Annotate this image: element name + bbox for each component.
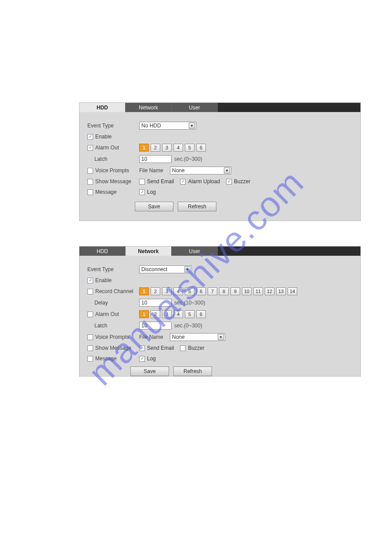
- alarm-out-ch-6[interactable]: 6: [196, 310, 206, 318]
- rec-ch-5[interactable]: 5: [185, 287, 194, 295]
- event-type-label: Event Type: [87, 266, 139, 272]
- tab-bar: HDD Network User: [79, 247, 360, 256]
- dropdown-arrow-icon: ▼: [218, 334, 224, 340]
- event-type-value: Disconnect: [141, 266, 167, 272]
- alarm-out-ch-1[interactable]: 1: [139, 144, 149, 152]
- enable-checkbox[interactable]: ✓: [87, 134, 93, 140]
- enable-checkbox[interactable]: ✓: [87, 278, 93, 283]
- send-email-checkbox[interactable]: [139, 179, 145, 185]
- voice-prompts-checkbox[interactable]: [87, 334, 93, 340]
- save-button[interactable]: Save: [130, 366, 169, 376]
- file-name-select[interactable]: None ▼: [170, 167, 231, 174]
- tab-user[interactable]: User: [172, 103, 218, 112]
- record-channel-checkbox[interactable]: [87, 289, 93, 294]
- voice-prompts-label: Voice Prompts: [95, 167, 129, 174]
- show-message-checkbox[interactable]: [87, 345, 93, 351]
- event-type-value: No HDD: [141, 123, 161, 129]
- tab-hdd[interactable]: HDD: [79, 103, 126, 112]
- rec-ch-9[interactable]: 9: [230, 287, 240, 295]
- latch-hint: sec.(0~300): [174, 323, 202, 329]
- rec-ch-7[interactable]: 7: [208, 287, 217, 295]
- alarm-out-channels: 1 2 3 4 5 6: [139, 144, 206, 152]
- alarm-out-ch-5[interactable]: 5: [185, 310, 194, 318]
- alarm-out-ch-1[interactable]: 1: [139, 310, 149, 318]
- rec-ch-8[interactable]: 8: [219, 287, 229, 295]
- show-message-label: Show Message: [95, 178, 131, 185]
- rec-ch-1[interactable]: 1: [139, 287, 149, 295]
- record-channel-buttons: 1 2 3 4 5 6 7 8 9 10 11 12 13 14: [139, 287, 297, 295]
- rec-ch-14[interactable]: 14: [288, 287, 297, 295]
- alarm-out-ch-5[interactable]: 5: [185, 144, 194, 152]
- log-label: Log: [147, 355, 156, 362]
- message-checkbox[interactable]: [87, 356, 93, 362]
- alarm-out-ch-4[interactable]: 4: [173, 144, 183, 152]
- abnormality-panel-hdd: HDD Network User Event Type No HDD ▼ ✓ E…: [79, 102, 361, 221]
- event-type-select[interactable]: No HDD ▼: [139, 122, 196, 130]
- show-message-label: Show Message: [95, 345, 131, 351]
- send-email-label: Send Email: [147, 345, 174, 351]
- file-name-label: File Name: [139, 167, 170, 174]
- alarm-out-ch-4[interactable]: 4: [173, 310, 183, 318]
- file-name-value: None: [172, 167, 185, 174]
- log-checkbox[interactable]: ✓: [139, 189, 145, 195]
- file-name-select[interactable]: None ▼: [170, 333, 225, 341]
- rec-ch-10[interactable]: 10: [242, 287, 252, 295]
- refresh-button[interactable]: Refresh: [173, 366, 212, 376]
- latch-input[interactable]: 10: [139, 155, 172, 163]
- latch-hint: sec.(0~300): [174, 156, 202, 162]
- rec-ch-13[interactable]: 13: [276, 287, 286, 295]
- alarm-out-ch-6[interactable]: 6: [196, 144, 206, 152]
- alarm-out-ch-2[interactable]: 2: [151, 310, 160, 318]
- rec-ch-3[interactable]: 3: [162, 287, 172, 295]
- delay-input[interactable]: 10: [139, 299, 172, 307]
- send-email-checkbox[interactable]: [139, 345, 145, 351]
- file-name-value: None: [172, 334, 185, 340]
- delay-hint: sec.(10~300): [174, 300, 205, 306]
- enable-label: Enable: [95, 134, 111, 140]
- alarm-out-label: Alarm Out: [95, 311, 119, 317]
- log-checkbox[interactable]: ✓: [139, 356, 145, 362]
- tab-hdd[interactable]: HDD: [79, 247, 126, 256]
- tab-network[interactable]: Network: [126, 247, 172, 256]
- voice-prompts-label: Voice Prompts: [95, 334, 129, 340]
- dropdown-arrow-icon: ▼: [189, 123, 195, 129]
- dropdown-arrow-icon: ▼: [224, 167, 230, 174]
- buzzer-checkbox[interactable]: [180, 345, 186, 351]
- rec-ch-11[interactable]: 11: [253, 287, 263, 295]
- rec-ch-6[interactable]: 6: [196, 287, 206, 295]
- alarm-out-channels: 1 2 3 4 5 6: [139, 310, 206, 318]
- alarm-out-checkbox[interactable]: ✓: [87, 145, 93, 151]
- enable-label: Enable: [95, 277, 111, 283]
- buzzer-label: Buzzer: [188, 345, 204, 351]
- latch-input[interactable]: 10: [139, 322, 172, 330]
- event-type-label: Event Type: [87, 123, 139, 129]
- file-name-label: File Name: [139, 334, 170, 340]
- alarm-out-checkbox[interactable]: [87, 312, 93, 317]
- refresh-button[interactable]: Refresh: [178, 202, 216, 211]
- voice-prompts-checkbox[interactable]: [87, 168, 93, 174]
- alarm-upload-label: Alarm Upload: [188, 178, 220, 185]
- message-label: Message: [95, 189, 117, 195]
- message-checkbox[interactable]: [87, 189, 93, 195]
- alarm-out-ch-2[interactable]: 2: [151, 144, 160, 152]
- alarm-out-ch-3[interactable]: 3: [162, 144, 172, 152]
- buzzer-checkbox[interactable]: ✓: [226, 179, 232, 185]
- rec-ch-2[interactable]: 2: [151, 287, 160, 295]
- event-type-select[interactable]: Disconnect ▼: [139, 265, 192, 273]
- tab-network[interactable]: Network: [126, 103, 172, 112]
- save-button[interactable]: Save: [135, 202, 173, 211]
- delay-label: Delay: [87, 300, 139, 306]
- alarm-out-label: Alarm Out: [95, 145, 119, 151]
- log-label: Log: [147, 189, 156, 195]
- rec-ch-12[interactable]: 12: [265, 287, 274, 295]
- latch-label: Latch: [87, 156, 139, 162]
- buzzer-label: Buzzer: [234, 178, 250, 185]
- dropdown-arrow-icon: ▼: [184, 266, 191, 272]
- alarm-upload-checkbox[interactable]: ✓: [180, 179, 186, 185]
- tab-bar: HDD Network User: [79, 103, 360, 112]
- tab-user[interactable]: User: [172, 247, 218, 256]
- alarm-out-ch-3[interactable]: 3: [162, 310, 172, 318]
- show-message-checkbox[interactable]: [87, 179, 93, 185]
- rec-ch-4[interactable]: 4: [173, 287, 183, 295]
- message-label: Message: [95, 355, 117, 362]
